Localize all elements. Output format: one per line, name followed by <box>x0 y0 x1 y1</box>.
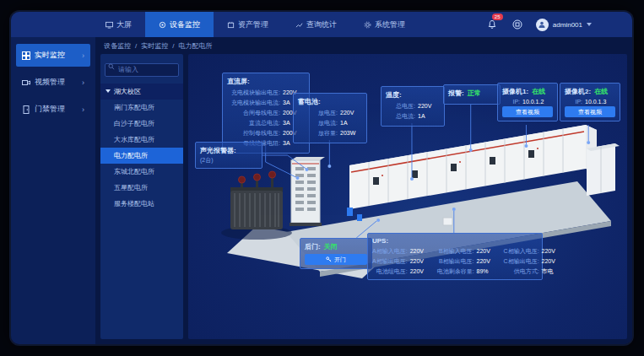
ip-value: 10.0.1.2 <box>522 99 553 105</box>
ups-metrics-grid: A相输入电压:220V B相输入电压:220V C相输入电压:220V A相输出… <box>372 247 538 276</box>
metric-value: 220V <box>542 258 562 264</box>
tree-search <box>105 60 179 77</box>
metric-value: 220V <box>410 248 430 254</box>
stats-icon <box>295 21 303 29</box>
tree-item-station[interactable]: 东城北配电所 <box>100 164 183 180</box>
chevron-right-icon: › <box>82 78 84 87</box>
nav-tab-device-monitor[interactable]: 设备监控 <box>145 12 214 37</box>
open-door-label: 开门 <box>334 256 346 264</box>
view-video-button[interactable]: 查看视频 <box>502 106 553 117</box>
tree-item-station[interactable]: 服务楼配电站 <box>100 196 183 212</box>
metric-label: 直流总电流: <box>227 119 280 127</box>
ip-label: IP: <box>502 99 520 105</box>
panel-title: 蓄电池: <box>298 97 362 106</box>
nav-tab-assets[interactable]: 资产管理 <box>214 12 282 37</box>
rear-door-panel: 后门: 关闭 开门 <box>300 238 372 269</box>
grid-icon <box>22 51 30 60</box>
bell-icon <box>487 19 497 30</box>
open-door-button[interactable]: 开门 <box>305 254 367 265</box>
metric-value: 220V <box>340 110 362 116</box>
breadcrumb-separator: / <box>172 42 174 50</box>
panel-title: 声光报警器: <box>200 146 257 155</box>
fullscreen-icon <box>512 19 522 30</box>
sidebar-item-access-control[interactable]: 门禁管理 › <box>16 98 90 121</box>
metric-label: 总电流: <box>386 112 415 121</box>
sidebar-item-label: 门禁管理 <box>35 104 65 115</box>
sidebar-item-label: 实时监控 <box>35 50 65 61</box>
user-avatar-icon <box>536 19 549 31</box>
gear-icon <box>364 21 371 29</box>
metric-label: 放容量: <box>298 129 338 138</box>
nav-tab-label: 资产管理 <box>238 19 268 30</box>
metric-label: 控制母线电压: <box>227 129 280 138</box>
metric-label: A相输出电压: <box>372 257 408 266</box>
app-window: 大屏 设备监控 资产管理 查询统计 系统管理 25 <box>11 12 632 344</box>
breadcrumb-item: 电力配电所 <box>178 41 212 51</box>
breadcrumb-item[interactable]: 实时监控 <box>141 41 168 51</box>
device-count: (2台) <box>200 156 257 165</box>
panel-title: 后门: <box>305 242 321 251</box>
user-name: admin001 <box>553 21 582 29</box>
metric-label: 合闸母线电压: <box>227 109 280 117</box>
content-column: 设备监控 / 实时监控 / 电力配电所 湖大校区 南门东配 <box>95 37 632 344</box>
tree-item-station[interactable]: 五星配电所 <box>100 180 183 196</box>
key-icon <box>326 256 332 262</box>
breadcrumb-separator: / <box>135 42 137 50</box>
tree-root-node[interactable]: 湖大校区 <box>100 84 183 100</box>
topbar-right: 25 admin001 <box>485 18 632 31</box>
status-badge: 在线 <box>594 87 608 96</box>
tree-item-station[interactable]: 大水库配电所 <box>100 132 183 148</box>
metric-value: 市电 <box>542 267 562 276</box>
metric-value: 220V <box>477 248 497 254</box>
sidebar: 实时监控 › 视频管理 › 门禁管理 › <box>11 37 95 344</box>
metric-value: 89% <box>477 268 497 274</box>
ups-panel: UPS: A相输入电压:220V B相输入电压:220V C相输入电压:220V… <box>367 233 543 280</box>
search-icon <box>108 63 115 70</box>
chevron-right-icon: › <box>82 105 84 114</box>
metric-label: 充电模块输出电压: <box>227 89 280 97</box>
camera1-panel: 摄像机1: 在线 IP:10.0.1.2 查看视频 <box>497 83 558 121</box>
metric-label: 电池剩余容量: <box>437 267 474 276</box>
nav-tab-system[interactable]: 系统管理 <box>350 12 419 37</box>
metric-label: B相输出电压: <box>437 257 474 266</box>
metric-value: 220V <box>410 268 430 274</box>
view-video-button[interactable]: 查看视频 <box>565 106 615 117</box>
metric-label: C相输入电压: <box>504 247 539 256</box>
metric-value: 203W <box>340 130 362 136</box>
panel-title: 直流屏: <box>227 77 305 86</box>
search-input[interactable] <box>105 63 179 77</box>
tree-item-station[interactable]: 白沙子配电所 <box>100 116 183 132</box>
alarm-status-panel: 报警: 正常 <box>443 84 501 105</box>
station-tree-panel: 湖大校区 南门东配电所 白沙子配电所 大水库配电所 电力配电所 东城北配电所 五… <box>100 54 183 339</box>
sidebar-item-realtime-monitor[interactable]: 实时监控 › <box>16 44 90 67</box>
fullscreen-button[interactable] <box>511 18 524 31</box>
nav-tab-statistics[interactable]: 查询统计 <box>282 12 350 37</box>
metric-value: 220V <box>410 258 430 264</box>
tree-item-station[interactable]: 南门东配电所 <box>100 100 183 116</box>
status-badge: 关闭 <box>324 242 338 251</box>
tree-item-station-selected[interactable]: 电力配电所 <box>100 148 183 164</box>
metric-label: 放电流: <box>298 119 338 127</box>
video-icon <box>22 78 30 87</box>
nav-tab-label: 设备监控 <box>170 19 200 30</box>
metric-value: 1A <box>340 120 362 126</box>
nav-menu: 大屏 设备监控 资产管理 查询统计 系统管理 <box>92 12 419 37</box>
nav-tab-dashboard[interactable]: 大屏 <box>92 12 145 37</box>
chevron-right-icon: › <box>82 51 84 60</box>
metric-label: 供电方式: <box>504 267 539 276</box>
panel-title: 摄像机1: <box>502 87 528 96</box>
user-menu[interactable]: admin001 <box>536 19 592 31</box>
breadcrumb-item[interactable]: 设备监控 <box>104 41 131 51</box>
temperature-panel: 温度: 总电压:220V 总电流:1A <box>381 86 445 127</box>
screen-icon <box>106 21 113 29</box>
metric-label: 总电压: <box>386 102 415 111</box>
panel-title: 温度: <box>386 90 440 100</box>
caret-down-icon <box>587 23 592 26</box>
metric-label: 放电压: <box>298 109 338 117</box>
camera2-panel: 摄像机2: 在线 IP:10.0.1.3 查看视频 <box>560 83 620 121</box>
sidebar-item-video-management[interactable]: 视频管理 › <box>16 71 90 94</box>
monitor-icon <box>159 21 166 29</box>
notification-badge: 25 <box>492 13 503 20</box>
metric-label: C相输出电压: <box>504 257 539 266</box>
notifications-button[interactable]: 25 <box>485 18 499 31</box>
